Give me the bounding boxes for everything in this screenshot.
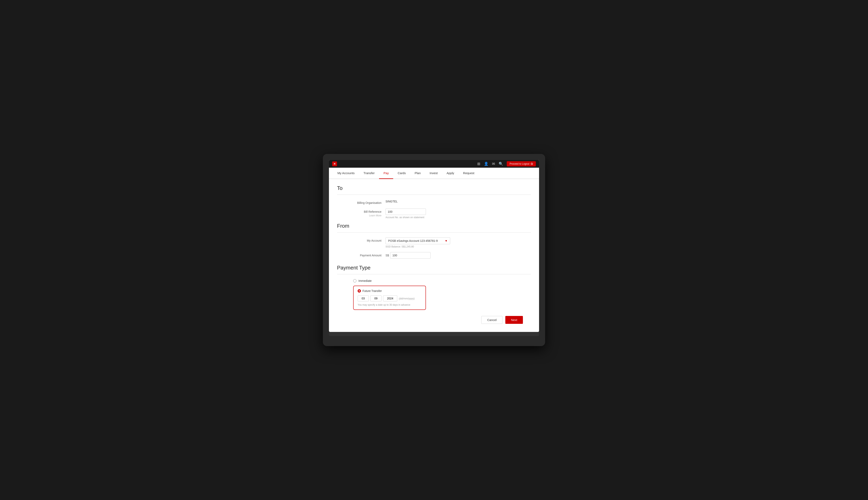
date-inputs: (dd/mm/yyyy): [358, 295, 422, 302]
next-button[interactable]: Next: [505, 316, 523, 324]
from-section-title: From: [337, 223, 531, 229]
bill-ref-row: Bill Reference Learn More Account No. as…: [337, 208, 531, 219]
future-transfer-radio-dot[interactable]: [358, 289, 361, 293]
bill-ref-label: Bill Reference Learn More: [353, 208, 386, 217]
date-yyyy-input[interactable]: [383, 295, 397, 302]
search-icon[interactable]: 🔍: [499, 162, 503, 166]
nav-transfer[interactable]: Transfer: [359, 168, 379, 179]
bill-ref-input[interactable]: [386, 208, 426, 215]
logout-label: Proceed to Logout: [510, 162, 529, 165]
top-bar-icons: ⊞ 👤 ✉ 🔍 Proceed to Logout ⏻: [477, 161, 536, 167]
billing-org-row: Billing Organisation SINGTEL: [337, 200, 531, 204]
action-row: Cancel Next: [337, 316, 531, 324]
my-account-row: My Account POSB eSavings Account 123-456…: [337, 237, 531, 248]
date-hint: You may specify a date up to 30 days in …: [358, 304, 422, 306]
immediate-label: Immediate: [358, 279, 372, 282]
to-section-title: To: [337, 185, 531, 191]
bill-ref-label-text: Bill Reference: [364, 210, 381, 213]
branch-icon[interactable]: ⊞: [477, 162, 480, 166]
billing-org-field: SINGTEL: [386, 200, 531, 203]
mail-icon[interactable]: ✉: [492, 162, 495, 166]
nav-my-accounts[interactable]: My Accounts: [333, 168, 359, 179]
account-dropdown-text: POSB eSavings Account 123-456781-9: [386, 238, 442, 244]
learn-more-link[interactable]: Learn More: [353, 214, 381, 217]
cancel-button[interactable]: Cancel: [481, 316, 502, 324]
bill-ref-hint: Account No. as shown on statement: [386, 216, 531, 219]
bill-ref-field: Account No. as shown on statement: [386, 208, 531, 219]
top-bar: ✕ ⊞ 👤 ✉ 🔍 Proceed to Logout ⏻: [329, 160, 539, 168]
profile-icon[interactable]: 👤: [484, 162, 488, 166]
nav-cards[interactable]: Cards: [393, 168, 410, 179]
nav-bar: My Accounts Transfer Pay Cards Plan Inve…: [329, 168, 539, 179]
payment-amount-label: Payment Amount: [353, 252, 386, 257]
nav-apply[interactable]: Apply: [442, 168, 459, 179]
my-account-label: My Account: [353, 237, 386, 242]
date-dd-input[interactable]: [358, 295, 369, 302]
billing-org-value: SINGTEL: [386, 198, 398, 203]
logout-icon: ⏻: [530, 162, 533, 165]
account-dropdown-field: POSB eSavings Account 123-456781-9 ▼ SGD…: [386, 237, 531, 248]
payment-type-section: Payment Type Immediate Future Transfer: [337, 265, 531, 310]
date-format-label: (dd/mm/yyyy): [399, 297, 415, 300]
immediate-radio[interactable]: [353, 279, 356, 282]
content-area: To Billing Organisation SINGTEL Bill Ref…: [329, 179, 539, 332]
amount-row: S$: [386, 252, 531, 259]
future-transfer-label: Future Transfer: [363, 289, 382, 293]
date-mm-input[interactable]: [370, 295, 381, 302]
dropdown-arrow-icon: ▼: [442, 238, 450, 244]
immediate-option: Immediate: [337, 279, 531, 282]
future-transfer-box: Future Transfer (dd/mm/yyyy) You may spe…: [353, 286, 426, 310]
account-dropdown[interactable]: POSB eSavings Account 123-456781-9 ▼: [386, 237, 450, 244]
payment-amount-row: Payment Amount S$: [337, 252, 531, 259]
payment-type-divider: [337, 274, 531, 274]
laptop-bottom-bezel: [329, 332, 539, 336]
nav-plan[interactable]: Plan: [410, 168, 425, 179]
currency-label: S$: [386, 254, 389, 257]
payment-amount-field: S$: [386, 252, 531, 259]
close-button[interactable]: ✕: [332, 161, 337, 166]
nav-request[interactable]: Request: [459, 168, 479, 179]
nav-pay[interactable]: Pay: [379, 168, 393, 179]
nav-invest[interactable]: Invest: [425, 168, 442, 179]
payment-amount-input[interactable]: [390, 252, 431, 259]
account-balance: SGD Balance: S$1,245.80: [386, 245, 531, 248]
billing-org-label: Billing Organisation: [353, 200, 386, 204]
payment-type-title: Payment Type: [337, 265, 531, 271]
proceed-logout-button[interactable]: Proceed to Logout ⏻: [507, 161, 536, 167]
future-transfer-header: Future Transfer: [358, 289, 422, 293]
